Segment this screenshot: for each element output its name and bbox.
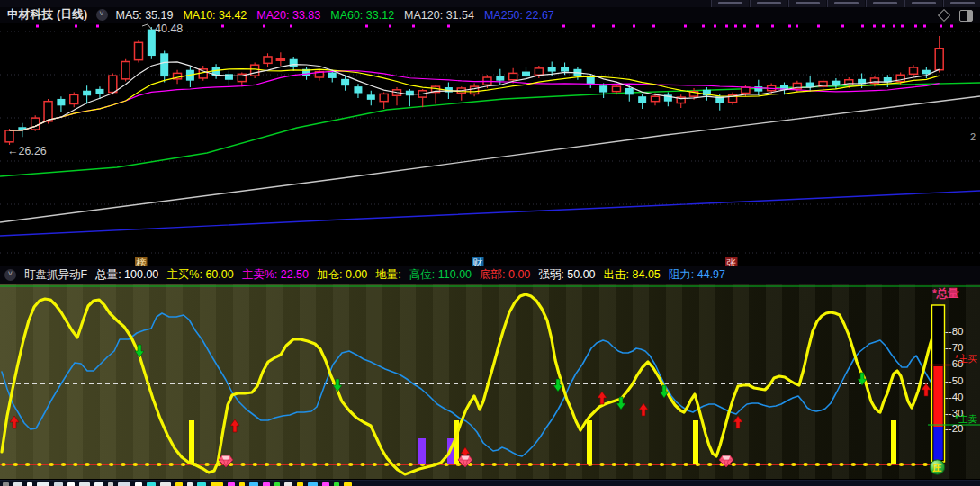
ma-label-ma20: MA20: 33.83 [256, 9, 320, 22]
status-text-fragment [334, 482, 339, 486]
ma250-line [0, 191, 980, 236]
ma-label-ma5: MA5: 35.19 [116, 9, 174, 22]
purple-signal-bar [418, 438, 426, 464]
yellow-signal-bar [587, 420, 592, 464]
status-strip [0, 480, 980, 486]
status-text-fragment [344, 482, 352, 486]
status-text-fragment [27, 482, 32, 486]
indicator-field-chuji: 出击: 84.05 [604, 268, 661, 281]
status-text-fragment [135, 482, 142, 486]
app-window: 中材科技 (日线) ˅ MA5: 35.19MA10: 34.42MA20: 3… [0, 0, 980, 486]
toolbar-button[interactable] [788, 0, 826, 7]
status-text-fragment [175, 482, 183, 486]
status-text-fragment [274, 482, 280, 486]
ma-label-ma120: MA120: 31.54 [404, 9, 474, 22]
symbol-title[interactable]: 中材科技 (日线) [7, 7, 88, 22]
status-text-fragment [211, 482, 223, 486]
ma60-line [0, 83, 980, 176]
gauge-blue-fill [933, 427, 942, 460]
titlebar-icons [940, 9, 973, 22]
status-text-fragment [3, 482, 9, 486]
kline-longterm-ma-lines [0, 83, 980, 236]
indicator-field-gaowei: 高位: 110.00 [409, 268, 472, 281]
status-text-fragment [322, 482, 329, 486]
indicator-field-dibu: 底部: 0.00 [480, 268, 530, 281]
status-text-fragment [13, 482, 22, 486]
ma10-line [10, 69, 940, 130]
status-text-fragment [94, 482, 103, 486]
diamond-icon[interactable] [938, 9, 950, 22]
status-text-fragment [308, 482, 318, 486]
ma-label-ma10: MA10: 34.42 [183, 9, 247, 22]
right-axis-label: 2 [970, 131, 976, 142]
gauge-title: *总量 [932, 287, 959, 300]
yellow-signal-bar [891, 420, 896, 464]
toolbar-button[interactable] [827, 0, 865, 7]
chevron-down-icon[interactable]: ˅ [96, 9, 108, 21]
status-text-fragment [239, 482, 245, 486]
indicator-header: ˅ 盯盘抓异动F 总量: 100.00主买%: 60.00主卖%: 22.50加… [0, 266, 980, 284]
indicator-chevron-down-icon[interactable]: ˅ [4, 269, 16, 281]
toolbar-button[interactable] [866, 0, 904, 7]
ma-label-ma60: MA60: 33.12 [330, 9, 394, 22]
status-text-fragment [67, 482, 75, 486]
status-text-fragment [37, 482, 49, 486]
toolbar-button[interactable] [943, 0, 980, 7]
toolbar-strip[interactable] [0, 0, 980, 7]
buy-level-label: *主买 [955, 353, 977, 364]
ma-label-ma250: MA250: 22.67 [484, 9, 554, 22]
status-text-fragment [79, 482, 90, 486]
status-text-fragment [160, 482, 171, 486]
yellow-signal-bar [189, 420, 194, 464]
status-text-fragment [284, 482, 292, 486]
status-text-fragment [108, 482, 113, 486]
gauge-scale-tick: --20 [945, 423, 963, 434]
zhuang-ball-text: 庄 [932, 463, 942, 472]
indicator-field-zhumai-sell: 主卖%: 22.50 [242, 268, 309, 281]
layout-panel-icon[interactable] [959, 10, 973, 22]
indicator-field-diliang: 地量: [375, 268, 400, 281]
gauge-scale-tick: --50 [945, 375, 963, 386]
chart-canvas[interactable]: 40.48←26.262榜财张--80--70--60--50--40--30-… [0, 0, 980, 486]
low-price-label: ←26.26 [7, 145, 47, 158]
status-text-fragment [228, 482, 235, 486]
status-text-fragment [118, 482, 130, 486]
sell-level-label: *主卖 [955, 413, 978, 424]
status-text-fragment [297, 482, 303, 486]
indicator-name[interactable]: 盯盘抓异动F [24, 267, 87, 283]
indicator-panel[interactable]: --80--70--60--50--40--30--20*主买*主卖*总量庄 [0, 284, 980, 479]
gauge-red-fill [933, 366, 942, 427]
kline-candles[interactable] [5, 27, 943, 145]
gauge-scale-tick: --40 [945, 392, 963, 402]
status-text-fragment [147, 482, 156, 486]
indicator-field-jiacang: 加仓: 0.00 [317, 268, 367, 281]
gauge-scale-tick: --70 [945, 342, 963, 353]
chart-title-bar: 中材科技 (日线) ˅ MA5: 35.19MA10: 34.42MA20: 3… [0, 7, 980, 22]
status-text-fragment [263, 482, 270, 486]
high-price-label: 40.48 [155, 22, 183, 35]
status-text-fragment [54, 482, 63, 486]
indicator-field-zuli: 阻力: 44.97 [669, 268, 725, 281]
status-text-fragment [249, 482, 258, 486]
indicator-field-zongliang: 总量: 100.00 [95, 268, 158, 281]
gauge-scale-tick: --80 [945, 326, 963, 337]
toolbar-button[interactable] [904, 0, 942, 7]
indicator-values: 总量: 100.00主买%: 60.00主卖%: 22.50加仓: 0.00地量… [95, 267, 733, 283]
main-kline-panel[interactable]: 40.48←26.262榜财张 [0, 22, 980, 268]
ma120-line [0, 96, 980, 222]
kline-grid [0, 32, 980, 253]
indicator-field-qiangruo: 强弱: 50.00 [538, 268, 595, 281]
indicator-field-zhumai: 主买%: 60.00 [166, 268, 233, 281]
ma20-line [10, 71, 940, 130]
ma-legend: MA5: 35.19MA10: 34.42MA20: 33.83MA60: 33… [116, 9, 564, 22]
toolbar-button[interactable] [750, 0, 787, 7]
toolbar-button[interactable] [711, 0, 749, 7]
yellow-signal-bar [693, 420, 698, 464]
status-text-fragment [187, 482, 193, 486]
status-text-fragment [197, 482, 206, 486]
